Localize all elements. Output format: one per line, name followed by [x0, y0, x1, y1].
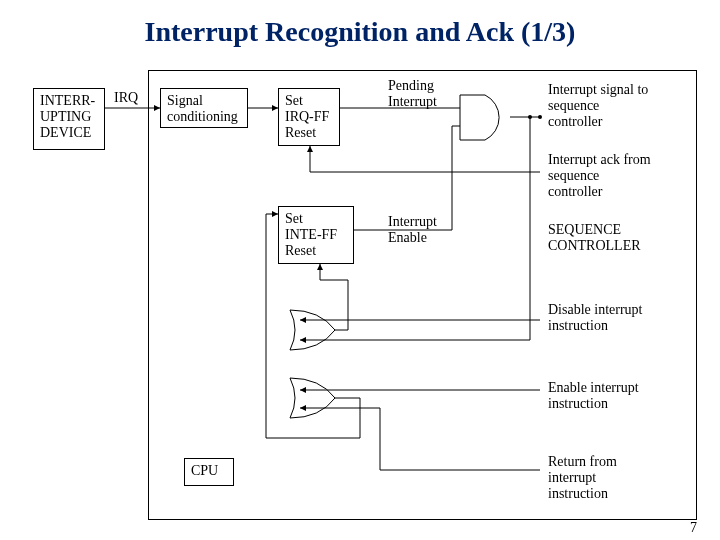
wiring-svg: [0, 0, 720, 540]
svg-point-4: [538, 115, 542, 119]
svg-point-5: [528, 115, 532, 119]
